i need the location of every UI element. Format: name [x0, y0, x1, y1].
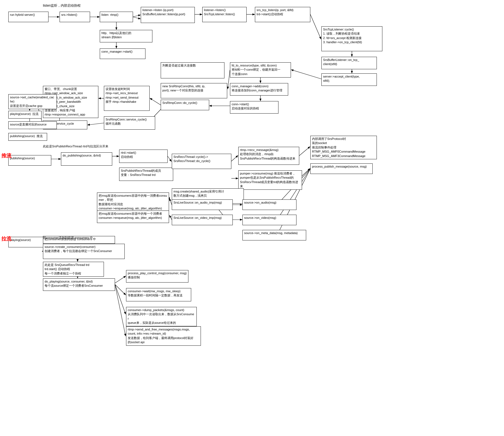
box-b14: fd_to_resource(type, stfd, &conn) 将fd和一个… [230, 62, 291, 78]
svg-line-41 [169, 198, 170, 199]
svg-line-26 [168, 156, 171, 161]
box-b13: new SrsRtmpConn(this, stfd, ip, port); n… [161, 83, 227, 98]
svg-line-28 [231, 156, 238, 161]
box-b32: pumper->consume(msg) 推送给消费者， pumper也是从Sr… [238, 170, 302, 190]
svg-line-13 [228, 70, 230, 89]
box-b33: 内部调用了SrsProtocol封 装的socket 推流控制事件处理 RTMP… [310, 136, 377, 159]
box-b19: 设置收发超时时间 rtmp->set_recv_timeout rtmp->se… [104, 86, 150, 111]
box-b29: SrsPublishRecvThread的成员 变量：SrsRecvThread… [119, 168, 173, 181]
box-b41: source->on_video(msg) [242, 215, 296, 225]
box-b44: source->create_consumer(consumer) 创建消费者，… [43, 244, 125, 259]
box-b24: source是直播对应的source [8, 121, 57, 129]
box-b3: listen rtmp() [100, 12, 133, 22]
box-b45: 此处是 SrsQueueRecvThread trd trd.start() 启… [43, 262, 104, 277]
box-b2: srs->listen() [60, 12, 90, 22]
box-b15: conn_manager->add(conn) 将连接添加到conn_manag… [230, 83, 288, 96]
box-b9: server->accept_client(type, stfd); [321, 73, 377, 86]
svg-line-6 [310, 14, 321, 39]
box-b25: publishing(source) 推流 [8, 133, 47, 141]
svg-line-3 [133, 17, 140, 19]
pull-stream-label: 拉流 [1, 235, 11, 242]
push-stream-label: 推流 [1, 152, 11, 159]
svg-line-2 [133, 15, 140, 17]
svg-line-48 [115, 284, 126, 314]
box-b47: process_play_control_msg(consumer, msg) … [126, 270, 188, 283]
box-b26: publishing(source) [8, 155, 51, 166]
publish-recv-thread-label: 此处是SrsPublishRecvThread rtrd与拉流区分开来 [43, 145, 108, 148]
svg-line-47 [115, 284, 126, 295]
box-b11: conn_manager->start() [100, 48, 145, 59]
box-b20: SrsRtmpConn::service_cycle() 循环元函数 [104, 116, 155, 130]
box-b46: do_playing(source, consumer, &trd) 每个流so… [43, 278, 115, 291]
box-b42: source->on_meta_data(msg, metadata) [242, 230, 306, 240]
box-b23: playing(source) 拉流 [8, 111, 42, 119]
box-b48: consumer->wait(mw_msgs, mw_sleep) 等数据累积一… [126, 288, 191, 301]
box-b8: SrsBufferListener::on_tcp_ client(stfd) [321, 57, 377, 69]
box-b4: listener->listen (ip,port) SrsBufferList… [141, 7, 195, 23]
box-b50: rtmp->send_and_free_messages(msgs.msgs, … [126, 326, 201, 346]
box-b17: SrsRtmpConn::do_cycle() [161, 100, 209, 110]
box-b6: srs_tcp_listen(ip, port, &lfd) trd->star… [255, 7, 310, 22]
svg-line-16 [150, 98, 161, 105]
box-b28: rtrd->start() 启动协程 [119, 150, 168, 163]
box-b38: SrsLiveSource::on_audio_imp(msg) [172, 199, 233, 210]
box-b49: consumer->dump_packets(&msgs, count) 从消费… [126, 307, 197, 326]
box-b36: 把msg发送给consumers容器中的每一消费者consumer，即把 数据塞… [97, 193, 169, 212]
box-b31: rtmp->recv_message(&msg) 处理收到的消息，rtmp由 S… [238, 147, 299, 165]
box-b40: source->on_audio(msg) [242, 199, 296, 210]
svg-line-39 [170, 199, 172, 205]
box-b7: SrsTcpListener::cycle() 1. 读取，判断协程是否结束 2… [321, 26, 382, 51]
svg-line-40 [170, 216, 172, 220]
box-b39: SrsLiveSource::on_video_imp(msg) [172, 215, 233, 225]
box-b5: listener->listen() SrsTcpListener::liste… [202, 7, 247, 22]
box-b22: source->set_cache(enabled_cache) 设置是否开启c… [8, 94, 57, 109]
svg-line-46 [115, 276, 126, 283]
svg-line-18 [88, 123, 104, 125]
box-b10: http、https以及他们的 stream 的listen [100, 30, 152, 42]
box-b27: do_publishing(source, &rtrd) [61, 152, 112, 166]
svg-line-9 [291, 70, 321, 79]
consumer-add-label: 把consumer添加到容器 consumers 中 [43, 236, 93, 240]
box-b30: SrsRecvThread::cycle()-> SrsRecvThread::… [172, 154, 231, 169]
svg-line-30 [299, 147, 310, 156]
box-b1: run hybrid server() [8, 12, 48, 22]
top-label: listen监听，内部启动协程 [43, 3, 81, 8]
box-b34: process_publish_message(source, msg) [310, 163, 373, 174]
svg-line-49 [115, 284, 126, 336]
box-b16: conn->start() 启动连接对应的协程 [230, 101, 278, 114]
diagram-container: run hybrid server()srs->listen()listen r… [0, 0, 504, 436]
box-b12: 判断是否超过最大连接数 [161, 62, 224, 78]
box-b37: 把msg发送给consumers容器中的每一个消费者 consumer->enq… [97, 211, 169, 223]
